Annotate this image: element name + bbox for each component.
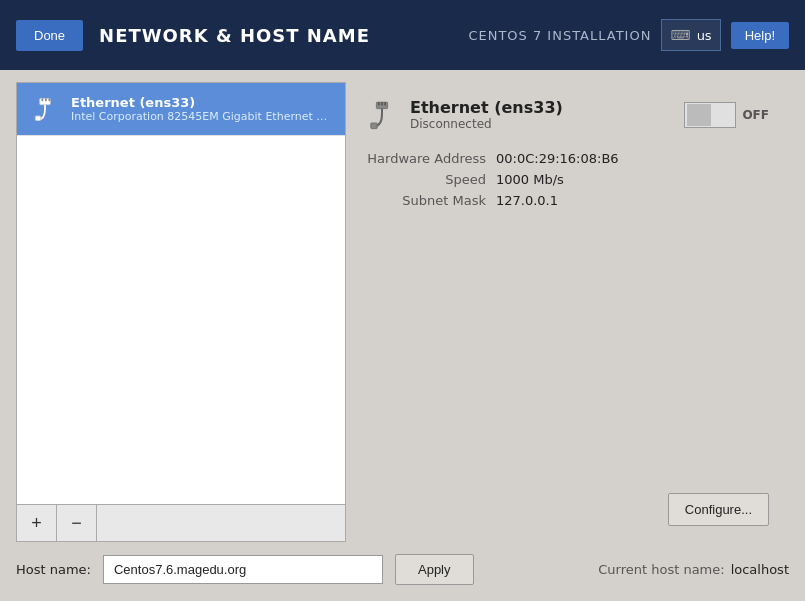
detail-info: Hardware Address 00:0C:29:16:08:B6 Speed… [366,151,769,208]
speed-value: 1000 Mb/s [496,172,769,187]
svg-rect-6 [378,102,380,105]
page-title: NETWORK & HOST NAME [99,25,370,46]
svg-rect-7 [381,102,383,105]
done-button[interactable]: Done [16,20,83,51]
device-detail-panel: Ethernet (ens33) Disconnected OFF Hardwa… [346,82,789,542]
device-list-panel: Ethernet (ens33) Intel Corporation 82545… [16,82,346,542]
device-info: Ethernet (ens33) Intel Corporation 82545… [71,95,331,123]
device-list: Ethernet (ens33) Intel Corporation 82545… [17,83,345,504]
detail-device-name: Ethernet (ens33) [410,98,563,117]
header-left: Done NETWORK & HOST NAME [16,20,370,51]
current-hostname-label: Current host name: [598,562,724,577]
speed-label: Speed [366,172,496,187]
toggle-switch[interactable] [684,102,736,128]
hostname-label: Host name: [16,562,91,577]
detail-spacer [366,208,769,493]
ethernet-icon [29,93,61,125]
toggle-knob [687,104,711,126]
device-list-buttons: + − [17,504,345,541]
svg-rect-3 [49,99,51,102]
bottom-bar: Host name: Apply Current host name: loca… [16,542,789,585]
device-subtitle: Intel Corporation 82545EM Gigabit Ethern… [71,110,331,123]
help-button[interactable]: Help! [731,22,789,49]
subnet-mask-value: 127.0.0.1 [496,193,769,208]
toggle-label: OFF [742,108,769,122]
detail-ethernet-icon [366,99,398,131]
keyboard-value: us [697,28,712,43]
svg-rect-1 [42,99,44,102]
keyboard-icon: ⌨ [670,27,690,43]
hostname-input[interactable] [103,555,383,584]
detail-device-status: Disconnected [410,117,563,131]
hardware-address-label: Hardware Address [366,151,496,166]
centos-title: CENTOS 7 INSTALLATION [468,28,651,43]
keyboard-selector[interactable]: ⌨ us [661,19,720,51]
detail-name-status: Ethernet (ens33) Disconnected [410,98,563,131]
header: Done NETWORK & HOST NAME CENTOS 7 INSTAL… [0,0,805,70]
current-hostname: Current host name: localhost [598,562,789,577]
configure-button[interactable]: Configure... [668,493,769,526]
svg-rect-2 [45,99,47,102]
svg-rect-8 [384,102,386,105]
add-device-button[interactable]: + [17,505,57,541]
svg-rect-4 [35,116,40,120]
svg-rect-9 [371,123,377,129]
apply-button[interactable]: Apply [395,554,474,585]
device-name: Ethernet (ens33) [71,95,331,110]
subnet-mask-label: Subnet Mask [366,193,496,208]
list-item[interactable]: Ethernet (ens33) Intel Corporation 82545… [17,83,345,136]
network-panel: Ethernet (ens33) Intel Corporation 82545… [16,82,789,542]
detail-header: Ethernet (ens33) Disconnected OFF [366,98,769,131]
header-right: CENTOS 7 INSTALLATION ⌨ us Help! [468,19,789,51]
toggle-container[interactable]: OFF [684,102,769,128]
remove-device-button[interactable]: − [57,505,97,541]
detail-header-left: Ethernet (ens33) Disconnected [366,98,563,131]
current-hostname-value: localhost [731,562,789,577]
hardware-address-value: 00:0C:29:16:08:B6 [496,151,769,166]
main-content: Ethernet (ens33) Intel Corporation 82545… [0,70,805,601]
